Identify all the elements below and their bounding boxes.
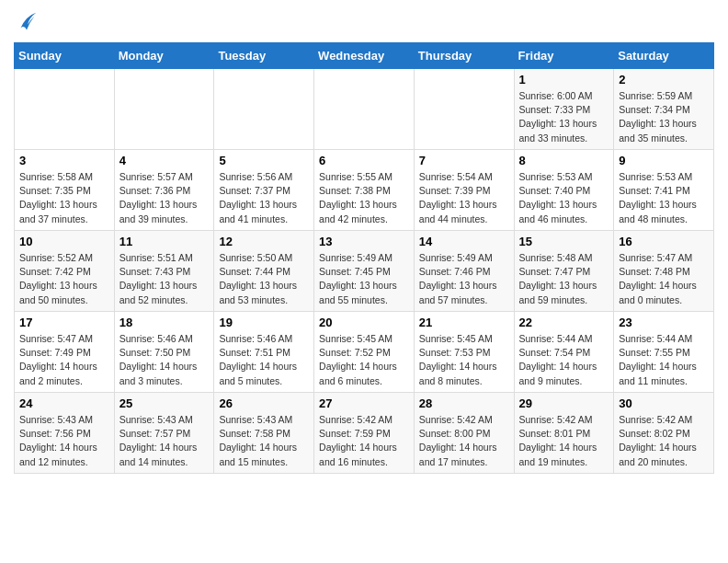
week-row-4: 17Sunrise: 5:47 AM Sunset: 7:49 PM Dayli… [15, 312, 714, 393]
day-cell: 17Sunrise: 5:47 AM Sunset: 7:49 PM Dayli… [15, 312, 115, 393]
day-info: Sunrise: 5:45 AM Sunset: 7:52 PM Dayligh… [319, 332, 409, 388]
day-number: 16 [619, 235, 709, 248]
day-cell: 20Sunrise: 5:45 AM Sunset: 7:52 PM Dayli… [314, 312, 415, 393]
col-header-sunday: Sunday [15, 43, 115, 69]
day-info: Sunrise: 5:45 AM Sunset: 7:53 PM Dayligh… [419, 332, 509, 388]
day-cell [214, 69, 314, 150]
day-info: Sunrise: 5:58 AM Sunset: 7:35 PM Dayligh… [19, 170, 109, 226]
day-info: Sunrise: 5:48 AM Sunset: 7:47 PM Dayligh… [519, 251, 609, 307]
col-header-wednesday: Wednesday [314, 43, 415, 69]
day-cell: 3Sunrise: 5:58 AM Sunset: 7:35 PM Daylig… [15, 150, 115, 231]
day-number: 17 [19, 316, 109, 329]
day-cell: 24Sunrise: 5:43 AM Sunset: 7:56 PM Dayli… [15, 393, 115, 474]
day-info: Sunrise: 5:53 AM Sunset: 7:40 PM Dayligh… [519, 170, 609, 226]
day-number: 29 [519, 396, 609, 410]
day-cell: 25Sunrise: 5:43 AM Sunset: 7:57 PM Dayli… [114, 393, 214, 474]
day-cell: 11Sunrise: 5:51 AM Sunset: 7:43 PM Dayli… [114, 231, 214, 312]
day-number: 25 [119, 396, 210, 410]
day-cell: 19Sunrise: 5:46 AM Sunset: 7:51 PM Dayli… [214, 312, 314, 393]
col-header-tuesday: Tuesday [214, 43, 314, 69]
day-number: 10 [19, 235, 109, 248]
day-cell [114, 69, 214, 150]
day-cell [15, 69, 115, 150]
day-cell: 5Sunrise: 5:56 AM Sunset: 7:37 PM Daylig… [214, 150, 314, 231]
day-info: Sunrise: 5:43 AM Sunset: 7:58 PM Dayligh… [219, 413, 309, 469]
day-number: 23 [619, 316, 709, 329]
day-number: 12 [219, 235, 309, 248]
day-info: Sunrise: 5:57 AM Sunset: 7:36 PM Dayligh… [119, 170, 210, 226]
day-number: 28 [419, 396, 509, 410]
day-cell: 9Sunrise: 5:53 AM Sunset: 7:41 PM Daylig… [614, 150, 714, 231]
day-number: 21 [419, 316, 509, 329]
day-info: Sunrise: 5:55 AM Sunset: 7:38 PM Dayligh… [319, 170, 409, 226]
day-info: Sunrise: 5:43 AM Sunset: 7:56 PM Dayligh… [19, 413, 109, 469]
day-number: 15 [519, 235, 609, 248]
day-number: 22 [519, 316, 609, 329]
day-cell: 18Sunrise: 5:46 AM Sunset: 7:50 PM Dayli… [114, 312, 214, 393]
day-cell: 16Sunrise: 5:47 AM Sunset: 7:48 PM Dayli… [614, 231, 714, 312]
day-info: Sunrise: 5:44 AM Sunset: 7:54 PM Dayligh… [519, 332, 609, 388]
day-number: 3 [19, 154, 109, 167]
day-cell [414, 69, 514, 150]
day-cell: 23Sunrise: 5:44 AM Sunset: 7:55 PM Dayli… [614, 312, 714, 393]
day-cell: 8Sunrise: 5:53 AM Sunset: 7:40 PM Daylig… [514, 150, 614, 231]
day-cell: 21Sunrise: 5:45 AM Sunset: 7:53 PM Dayli… [414, 312, 514, 393]
day-cell: 26Sunrise: 5:43 AM Sunset: 7:58 PM Dayli… [214, 393, 314, 474]
day-cell: 30Sunrise: 5:42 AM Sunset: 8:02 PM Dayli… [614, 393, 714, 474]
day-number: 30 [619, 396, 709, 410]
week-row-1: 1Sunrise: 6:00 AM Sunset: 7:33 PM Daylig… [15, 69, 714, 150]
day-cell [314, 69, 415, 150]
day-info: Sunrise: 5:43 AM Sunset: 7:57 PM Dayligh… [119, 413, 210, 469]
day-info: Sunrise: 5:42 AM Sunset: 8:01 PM Dayligh… [519, 413, 609, 469]
day-cell: 13Sunrise: 5:49 AM Sunset: 7:45 PM Dayli… [314, 231, 415, 312]
day-number: 4 [119, 154, 210, 167]
day-number: 14 [419, 235, 509, 248]
day-cell: 4Sunrise: 5:57 AM Sunset: 7:36 PM Daylig… [114, 150, 214, 231]
day-cell: 29Sunrise: 5:42 AM Sunset: 8:01 PM Dayli… [514, 393, 614, 474]
calendar-header-row: SundayMondayTuesdayWednesdayThursdayFrid… [15, 43, 714, 69]
day-info: Sunrise: 5:47 AM Sunset: 7:49 PM Dayligh… [19, 332, 109, 388]
day-info: Sunrise: 6:00 AM Sunset: 7:33 PM Dayligh… [519, 89, 609, 145]
day-cell: 12Sunrise: 5:50 AM Sunset: 7:44 PM Dayli… [214, 231, 314, 312]
day-number: 9 [619, 154, 709, 167]
day-info: Sunrise: 5:50 AM Sunset: 7:44 PM Dayligh… [219, 251, 309, 307]
logo [14, 9, 40, 35]
day-number: 19 [219, 316, 309, 329]
col-header-saturday: Saturday [614, 43, 714, 69]
day-info: Sunrise: 5:42 AM Sunset: 8:02 PM Dayligh… [619, 413, 709, 469]
day-cell: 14Sunrise: 5:49 AM Sunset: 7:46 PM Dayli… [414, 231, 514, 312]
day-cell: 2Sunrise: 5:59 AM Sunset: 7:34 PM Daylig… [614, 69, 714, 150]
header [14, 9, 714, 35]
day-cell: 27Sunrise: 5:42 AM Sunset: 7:59 PM Dayli… [314, 393, 415, 474]
day-number: 1 [519, 73, 609, 86]
week-row-3: 10Sunrise: 5:52 AM Sunset: 7:42 PM Dayli… [15, 231, 714, 312]
day-info: Sunrise: 5:42 AM Sunset: 8:00 PM Dayligh… [419, 413, 509, 469]
logo-text [14, 9, 40, 35]
day-info: Sunrise: 5:54 AM Sunset: 7:39 PM Dayligh… [419, 170, 509, 226]
day-info: Sunrise: 5:46 AM Sunset: 7:50 PM Dayligh… [119, 332, 210, 388]
day-number: 24 [19, 396, 109, 410]
day-cell: 6Sunrise: 5:55 AM Sunset: 7:38 PM Daylig… [314, 150, 415, 231]
day-info: Sunrise: 5:42 AM Sunset: 7:59 PM Dayligh… [319, 413, 409, 469]
col-header-thursday: Thursday [414, 43, 514, 69]
day-number: 11 [119, 235, 210, 248]
day-number: 26 [219, 396, 309, 410]
day-cell: 10Sunrise: 5:52 AM Sunset: 7:42 PM Dayli… [15, 231, 115, 312]
logo-bird-icon [14, 9, 40, 35]
day-info: Sunrise: 5:49 AM Sunset: 7:46 PM Dayligh… [419, 251, 509, 307]
day-info: Sunrise: 5:52 AM Sunset: 7:42 PM Dayligh… [19, 251, 109, 307]
page: SundayMondayTuesdayWednesdayThursdayFrid… [0, 0, 728, 483]
day-number: 27 [319, 396, 409, 410]
week-row-2: 3Sunrise: 5:58 AM Sunset: 7:35 PM Daylig… [15, 150, 714, 231]
day-info: Sunrise: 5:49 AM Sunset: 7:45 PM Dayligh… [319, 251, 409, 307]
col-header-monday: Monday [114, 43, 214, 69]
day-info: Sunrise: 5:51 AM Sunset: 7:43 PM Dayligh… [119, 251, 210, 307]
day-number: 20 [319, 316, 409, 329]
day-info: Sunrise: 5:47 AM Sunset: 7:48 PM Dayligh… [619, 251, 709, 307]
day-cell: 22Sunrise: 5:44 AM Sunset: 7:54 PM Dayli… [514, 312, 614, 393]
day-number: 7 [419, 154, 509, 167]
day-info: Sunrise: 5:53 AM Sunset: 7:41 PM Dayligh… [619, 170, 709, 226]
day-cell: 15Sunrise: 5:48 AM Sunset: 7:47 PM Dayli… [514, 231, 614, 312]
day-number: 8 [519, 154, 609, 167]
day-info: Sunrise: 5:56 AM Sunset: 7:37 PM Dayligh… [219, 170, 309, 226]
